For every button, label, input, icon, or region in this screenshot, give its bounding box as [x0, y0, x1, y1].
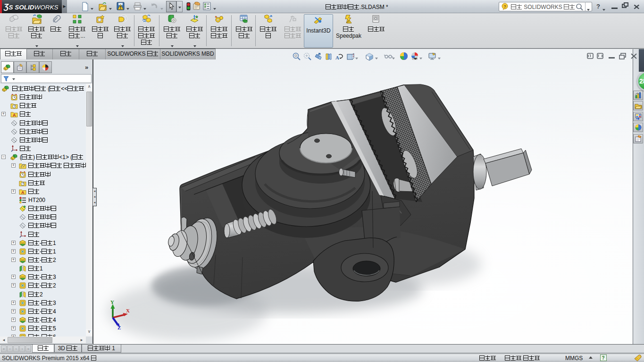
- svg-text:?: ?: [504, 4, 507, 9]
- svg-text:X: X: [126, 308, 130, 313]
- svg-text:Z: Z: [117, 325, 121, 330]
- svg-text:A: A: [335, 55, 339, 60]
- svg-text:Y: Y: [110, 299, 114, 305]
- svg-text:?: ?: [602, 355, 605, 361]
